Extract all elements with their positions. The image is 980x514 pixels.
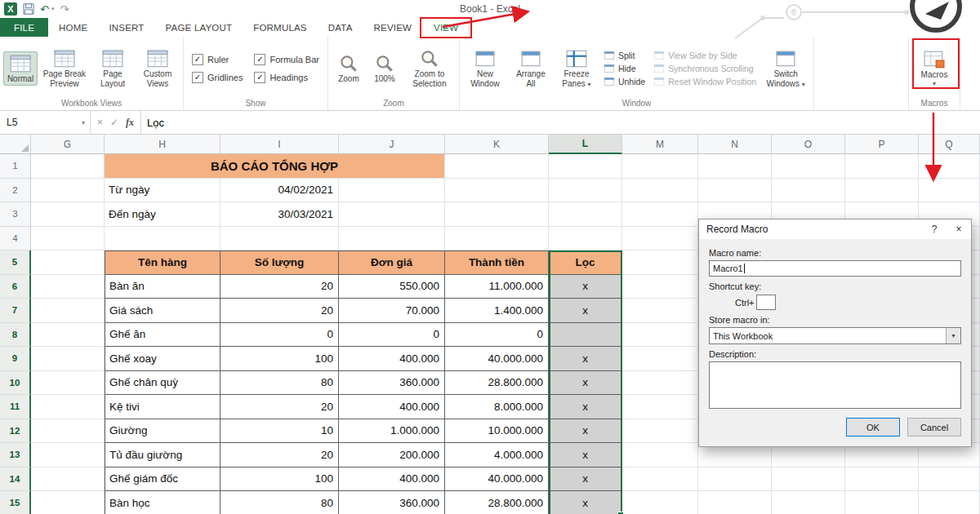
hide-button[interactable]: Hide — [604, 64, 645, 73]
cell[interactable] — [622, 395, 698, 419]
formula-input[interactable]: Lọc — [141, 111, 164, 134]
dialog-title-bar[interactable]: Record Macro ? × — [699, 219, 971, 239]
formula-bar-checkbox[interactable]: ✓ Formula Bar — [254, 54, 319, 65]
cell[interactable] — [845, 467, 919, 492]
cell[interactable]: x — [549, 491, 622, 514]
cell[interactable] — [919, 491, 980, 514]
store-macro-select[interactable]: This Workbook ▾ — [709, 327, 961, 344]
cell[interactable]: 28.800.000 — [445, 371, 549, 396]
cell[interactable] — [919, 154, 980, 179]
undo-dropdown-icon[interactable]: ▾ — [51, 6, 55, 12]
cell[interactable]: x — [549, 299, 622, 323]
undo-icon[interactable]: ↶ — [40, 4, 49, 15]
cell[interactable]: 11.000.000 — [445, 275, 549, 299]
cell[interactable]: 200.000 — [339, 443, 445, 467]
cell[interactable]: 20 — [220, 443, 339, 467]
cell[interactable] — [445, 202, 549, 227]
report-title-cell[interactable]: BÁO CÁO TỔNG HỢP — [105, 154, 445, 179]
close-icon[interactable]: × — [947, 219, 971, 239]
cell[interactable]: 8.000.000 — [445, 395, 549, 419]
shortcut-key-input[interactable] — [756, 295, 776, 310]
save-icon[interactable] — [23, 3, 34, 15]
cell[interactable] — [31, 250, 105, 275]
cell[interactable]: 550.000 — [339, 275, 445, 299]
tab-formulas[interactable]: FORMULAS — [243, 18, 318, 37]
cell[interactable]: 80 — [220, 371, 339, 396]
cell[interactable]: 1.000.000 — [339, 419, 445, 444]
cell[interactable]: x — [549, 371, 622, 396]
cell[interactable] — [919, 467, 980, 492]
cell[interactable]: Giá sách — [105, 299, 220, 323]
cell[interactable] — [698, 491, 772, 514]
cell[interactable]: x — [549, 395, 622, 419]
description-textarea[interactable] — [709, 361, 961, 409]
row-header-selected[interactable]: 13 — [0, 443, 31, 467]
custom-views-button[interactable]: Custom Views — [136, 47, 180, 91]
column-header[interactable]: O — [772, 135, 845, 154]
cell[interactable]: Bàn học — [105, 491, 220, 514]
cell[interactable]: x — [549, 467, 622, 492]
insert-function-icon[interactable]: fx — [126, 117, 134, 129]
new-window-button[interactable]: New Window — [463, 47, 507, 91]
cell[interactable] — [220, 227, 339, 251]
cell[interactable]: Tủ đầu giường — [105, 443, 220, 467]
macro-name-input[interactable]: Macro1 — [709, 260, 961, 277]
active-cell[interactable]: Lọc — [549, 250, 622, 275]
cell[interactable] — [31, 299, 105, 323]
cell[interactable] — [622, 419, 698, 444]
cell[interactable] — [31, 443, 105, 467]
switch-windows-button[interactable]: Switch Windows ▾ — [761, 47, 810, 91]
cell[interactable]: x — [549, 443, 622, 467]
cell[interactable] — [622, 323, 698, 348]
cell[interactable]: Ghế giám đốc — [105, 467, 220, 492]
column-header[interactable]: K — [445, 135, 549, 154]
row-header-selected[interactable]: 9 — [0, 347, 31, 371]
column-header[interactable]: J — [339, 135, 445, 154]
cell[interactable]: 360.000 — [339, 491, 445, 514]
redo-icon[interactable]: ↷ — [60, 4, 69, 15]
row-header[interactable]: 2 — [0, 179, 31, 203]
cell[interactable]: 400.000 — [339, 347, 445, 371]
cell[interactable]: 0 — [220, 323, 339, 348]
cell[interactable] — [31, 179, 105, 203]
ok-button[interactable]: OK — [846, 418, 900, 436]
cell[interactable] — [919, 179, 980, 203]
cell[interactable] — [31, 395, 105, 419]
cell[interactable] — [622, 443, 698, 467]
cell[interactable]: 30/03/2021 — [220, 202, 339, 227]
column-header[interactable]: M — [622, 135, 698, 154]
cell[interactable] — [31, 419, 105, 444]
synchronous-scrolling-button[interactable]: Synchronous Scrolling — [653, 64, 756, 73]
zoom-100-button[interactable]: 100% — [368, 51, 402, 86]
cell[interactable]: Bàn ăn — [105, 275, 220, 299]
cell[interactable]: Giường — [105, 419, 220, 444]
row-header-selected[interactable]: 14 — [0, 467, 31, 492]
cell[interactable]: 0 — [445, 323, 549, 348]
cell[interactable] — [445, 154, 549, 179]
split-button[interactable]: Split — [604, 51, 645, 60]
reset-window-position-button[interactable]: Reset Window Position — [653, 77, 756, 86]
cell[interactable]: 1.400.000 — [445, 299, 549, 323]
name-box[interactable]: L5 — [0, 111, 77, 134]
tab-review[interactable]: REVIEW — [363, 18, 423, 37]
cell[interactable]: Số lượng — [220, 250, 339, 275]
cell[interactable]: 100 — [220, 467, 339, 492]
cell[interactable]: Ghế ăn — [105, 323, 220, 348]
cell[interactable]: 80 — [220, 491, 339, 514]
cell[interactable]: x — [549, 347, 622, 371]
cell[interactable] — [445, 227, 549, 251]
row-header-selected[interactable]: 10 — [0, 371, 31, 396]
cell[interactable] — [31, 154, 105, 179]
row-header-selected[interactable]: 7 — [0, 299, 31, 323]
cell[interactable]: Đơn giá — [339, 250, 445, 275]
row-header-selected[interactable]: 12 — [0, 419, 31, 444]
cell[interactable] — [622, 491, 698, 514]
page-break-preview-button[interactable]: Page Break Preview — [39, 47, 90, 91]
column-header-selected[interactable]: L — [549, 135, 622, 154]
normal-view-button[interactable]: Normal — [3, 51, 38, 86]
cell[interactable]: 20 — [220, 275, 339, 299]
cell[interactable] — [698, 179, 772, 203]
cell[interactable]: 70.000 — [339, 299, 445, 323]
name-box-dropdown-icon[interactable]: ▾ — [77, 111, 91, 134]
cell[interactable] — [845, 154, 919, 179]
